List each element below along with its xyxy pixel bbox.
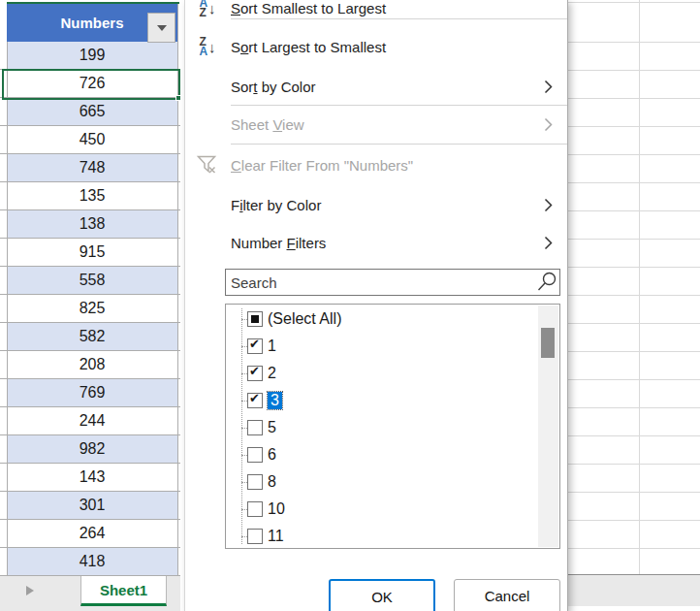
menu-item-sheet-view: Sheet View <box>185 110 567 139</box>
cell-value[interactable]: 135 <box>7 182 177 209</box>
scrollbar-track[interactable] <box>538 306 558 547</box>
filter-value-list: (Select All)✔1✔2✔35681011 <box>225 304 560 549</box>
filter-value-checkbox[interactable]: ✔ <box>247 393 263 408</box>
sheet-tab[interactable]: Sheet1 <box>80 576 167 606</box>
cell-value[interactable]: 418 <box>7 548 177 575</box>
cell-value[interactable]: 582 <box>7 323 177 350</box>
filter-value-item[interactable]: 8 <box>226 468 538 496</box>
table-row: 558 <box>0 267 180 295</box>
cell-value[interactable]: 199 <box>7 42 177 69</box>
table-row: 418 <box>0 548 180 576</box>
grid-horizontal-line <box>568 70 700 71</box>
menu-item-label: Sort by Color <box>231 79 316 95</box>
search-input[interactable] <box>225 269 560 296</box>
cell-value[interactable]: 982 <box>7 435 177 463</box>
active-cell[interactable]: 726 <box>7 70 177 97</box>
table-row: 665 <box>0 98 180 126</box>
table-row: 769 <box>0 379 180 407</box>
grid-horizontal-line <box>568 239 700 240</box>
menu-item-label: Number Filters <box>231 235 326 251</box>
dropdown-arrow-icon <box>157 25 167 31</box>
grid-horizontal-line <box>568 464 700 465</box>
grid-horizontal-line <box>568 548 700 549</box>
menu-item-filter-by-color[interactable]: Filter by Color <box>185 190 567 219</box>
filter-value-item[interactable]: (Select All) <box>226 306 538 333</box>
grid-horizontal-line <box>568 267 700 268</box>
grid-horizontal-line <box>568 154 700 155</box>
cell-value[interactable]: 301 <box>7 492 177 519</box>
spreadsheet-left-column: 1997266654507481351389155588255822087692… <box>0 0 180 611</box>
table-row: 726 <box>0 70 180 98</box>
menu-separator <box>231 144 568 145</box>
cell-value[interactable]: 915 <box>7 239 177 266</box>
menu-item-label: Sort Largest to Smallest <box>231 39 386 55</box>
sheet-tab-bar: Sheet1 <box>0 576 180 611</box>
cancel-button-label: Cancel <box>485 588 530 611</box>
spreadsheet-right-area[interactable] <box>568 0 700 611</box>
filter-value-checkbox[interactable] <box>247 474 263 490</box>
cell-value[interactable]: 264 <box>7 520 177 547</box>
grid-horizontal-line <box>568 126 700 127</box>
filter-value-checkbox[interactable] <box>247 447 263 463</box>
menu-item-sort-largest-to-smallest[interactable]: ZA↓Sort Largest to Smallest <box>185 32 567 61</box>
cell-value[interactable]: 450 <box>7 126 177 153</box>
menu-item-label: Sheet View <box>231 116 304 133</box>
cell-value[interactable]: 665 <box>7 98 177 125</box>
scrollbar-thumb[interactable] <box>541 328 555 358</box>
cell-value[interactable]: 138 <box>7 210 177 238</box>
filter-value-checkbox[interactable]: ✔ <box>247 338 263 354</box>
filter-value-label: 8 <box>268 473 276 491</box>
cell-value[interactable]: 748 <box>7 154 177 181</box>
grid-horizontal-line <box>568 435 700 436</box>
filter-value-item[interactable]: ✔3 <box>226 387 538 414</box>
cell-value[interactable]: 558 <box>7 267 177 294</box>
filter-value-item[interactable]: 6 <box>226 441 538 468</box>
grid-horizontal-line <box>568 379 700 380</box>
filter-value-label: 6 <box>268 446 276 464</box>
filter-value-label: (Select All) <box>268 310 341 328</box>
grid-horizontal-line <box>568 407 700 408</box>
menu-item-divider <box>231 18 568 19</box>
grid-horizontal-line <box>568 210 700 211</box>
grid-horizontal-line <box>568 42 700 43</box>
table-row: 982 <box>0 435 180 464</box>
table-row: 244 <box>0 407 180 435</box>
filter-value-item[interactable]: ✔1 <box>226 333 538 360</box>
cell-value[interactable]: 143 <box>7 464 177 491</box>
table-row: 199 <box>0 42 180 70</box>
filter-value-label: 3 <box>268 392 282 409</box>
filter-value-item[interactable]: 5 <box>226 414 538 441</box>
menu-item-sort-by-color[interactable]: Sort by Color <box>185 72 567 101</box>
cell-value[interactable]: 244 <box>7 407 177 434</box>
filter-value-checkbox[interactable]: ✔ <box>247 366 263 381</box>
table-row: 450 <box>0 126 180 154</box>
sheet-tab-label: Sheet1 <box>100 582 147 598</box>
grid-horizontal-line <box>568 182 700 183</box>
table-row: 143 <box>0 464 180 492</box>
cell-value[interactable]: 769 <box>7 379 177 406</box>
table-row: 138 <box>0 210 180 239</box>
sheet-nav-arrow-icon[interactable] <box>26 586 34 595</box>
filter-dropdown-button[interactable] <box>147 13 175 43</box>
menu-item-number-filters[interactable]: Number Filters <box>185 228 567 257</box>
ok-button[interactable]: OK <box>329 579 435 611</box>
grid-horizontal-line <box>568 2 700 3</box>
cell-value[interactable]: 825 <box>7 295 177 322</box>
filter-value-item[interactable]: ✔2 <box>226 360 538 387</box>
menu-item-sort-smallest-to-largest[interactable]: AZ↓Sort Smallest to Largest <box>185 0 567 19</box>
table-row: 748 <box>0 154 180 182</box>
filter-value-label: 2 <box>268 365 276 382</box>
filter-value-checkbox[interactable] <box>247 501 263 517</box>
filter-value-checkbox[interactable] <box>247 420 263 435</box>
cell-value[interactable]: 208 <box>7 351 177 378</box>
table-rows: 1997266654507481351389155588255822087692… <box>0 42 180 576</box>
filter-value-checkbox[interactable] <box>247 311 263 327</box>
column-left-gridline <box>7 4 8 576</box>
filter-value-item[interactable]: 10 <box>226 496 538 523</box>
filter-value-item[interactable]: 11 <box>226 523 538 550</box>
grid-horizontal-line <box>568 520 700 521</box>
filter-value-checkbox[interactable] <box>247 529 263 544</box>
cancel-button[interactable]: Cancel <box>454 579 560 611</box>
search-icon <box>536 272 557 293</box>
table-row: 135 <box>0 182 180 210</box>
